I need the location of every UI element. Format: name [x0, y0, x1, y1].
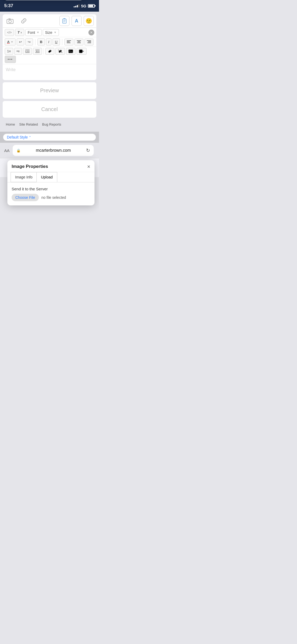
main-content: A 🙂 </> Tx Font ▼ [0, 12, 99, 132]
signal-type: 5G [81, 4, 86, 8]
preview-button[interactable]: Preview [3, 82, 96, 99]
status-bar: 5:37 5G [0, 0, 99, 12]
outdent-button[interactable] [33, 48, 42, 55]
insert-image-button[interactable] [66, 48, 76, 55]
close-editor-button[interactable]: ✕ [88, 30, 94, 35]
clipboard-button[interactable] [59, 16, 69, 26]
tab-image-info[interactable]: Image Info [11, 172, 37, 182]
browser-style-bar: Default Style ⌃ [0, 132, 99, 143]
align-right-button[interactable] [84, 39, 93, 45]
image-properties-dialog: Image Properties × Image Info Upload Sen… [7, 160, 95, 205]
size-select[interactable]: Size ▼ [43, 29, 59, 36]
bottom-links: Home Site Related Bug Reports [3, 120, 96, 129]
camera-toolbar-button[interactable] [5, 17, 15, 25]
link-toolbar-button[interactable] [19, 17, 29, 25]
toolbar-top: A 🙂 [3, 14, 96, 28]
cancel-button[interactable]: Cancel [3, 101, 96, 118]
font-style-button[interactable]: A [72, 16, 82, 26]
choose-file-button[interactable]: Choose File [12, 194, 39, 201]
svg-rect-24 [79, 50, 82, 53]
signal-bars [74, 4, 79, 7]
indent-button[interactable] [23, 48, 32, 55]
remove-link-button[interactable] [55, 48, 65, 55]
font-select[interactable]: Font ▼ [25, 29, 42, 36]
source-button[interactable]: </> [5, 29, 14, 36]
ordered-list-button[interactable]: 1≡ [5, 48, 13, 55]
undo-button[interactable]: ↩ [17, 38, 24, 45]
action-sheet-choose-file[interactable]: Choose File [3, 0, 84, 0]
underline-button[interactable]: U [53, 38, 60, 45]
more-options-button[interactable]: ••• [5, 56, 16, 63]
default-style-pill[interactable]: Default Style ⌃ [3, 134, 96, 141]
status-time: 5:37 [4, 3, 13, 8]
unordered-list-button[interactable]: •≡ [14, 48, 22, 55]
editor-write-area[interactable]: Write [3, 64, 96, 80]
bold-button[interactable]: B [37, 38, 45, 45]
dialog-body: Send it to the Server Choose File no fil… [7, 182, 95, 205]
insert-link-button[interactable] [45, 48, 54, 55]
tab-upload[interactable]: Upload [36, 172, 57, 182]
emoji-button[interactable]: 🙂 [84, 16, 94, 26]
file-row: Choose File no file selected [12, 194, 90, 201]
clear-format-button[interactable]: Tx [15, 29, 24, 36]
action-sheet: Photo Library Take Photo or Video [3, 0, 84, 0]
refresh-button[interactable]: ↻ [86, 148, 90, 153]
editor-container: A 🙂 </> Tx Font ▼ [3, 14, 96, 80]
link-site-related[interactable]: Site Related [19, 122, 38, 126]
preview-cancel-area: Preview Cancel [3, 82, 96, 118]
svg-marker-20 [36, 51, 36, 52]
dialog-header: Image Properties × [7, 160, 95, 172]
toolbar-row-3: A ▼ ↩ ↪ B I U [3, 37, 96, 47]
url-text: mcarterbrown.com [23, 148, 84, 153]
send-server-label: Send it to the Server [12, 187, 90, 191]
insert-video-button[interactable] [77, 48, 87, 55]
svg-marker-25 [83, 50, 84, 52]
redo-button[interactable]: ↪ [25, 38, 33, 45]
status-right-icons: 5G [74, 4, 95, 8]
link-home[interactable]: Home [6, 122, 15, 126]
svg-point-1 [9, 20, 11, 23]
style-chevron-icon: ⌃ [29, 136, 31, 139]
align-left-button[interactable] [64, 39, 73, 45]
toolbar-row-4: 1≡ •≡ [3, 47, 96, 64]
address-bar-row: AA 🔒 mcarterbrown.com ↻ [0, 143, 99, 158]
dialog-tabs: Image Info Upload [7, 172, 95, 182]
lock-icon: 🔒 [16, 149, 21, 153]
aa-text-button[interactable]: AA [3, 148, 11, 153]
svg-marker-16 [25, 51, 26, 52]
align-center-button[interactable] [74, 39, 83, 45]
no-file-selected-text: no file selected [41, 195, 66, 200]
dialog-title: Image Properties [12, 164, 48, 169]
link-bug-reports[interactable]: Bug Reports [42, 122, 61, 126]
address-bar[interactable]: 🔒 mcarterbrown.com ↻ [13, 145, 94, 156]
dialog-close-button[interactable]: × [87, 164, 90, 169]
italic-button[interactable]: I [46, 38, 52, 45]
battery-icon [88, 4, 95, 8]
toolbar-row-2: </> Tx Font ▼ Size ▼ ✕ [3, 28, 96, 37]
font-color-button[interactable]: A ▼ [5, 38, 16, 45]
